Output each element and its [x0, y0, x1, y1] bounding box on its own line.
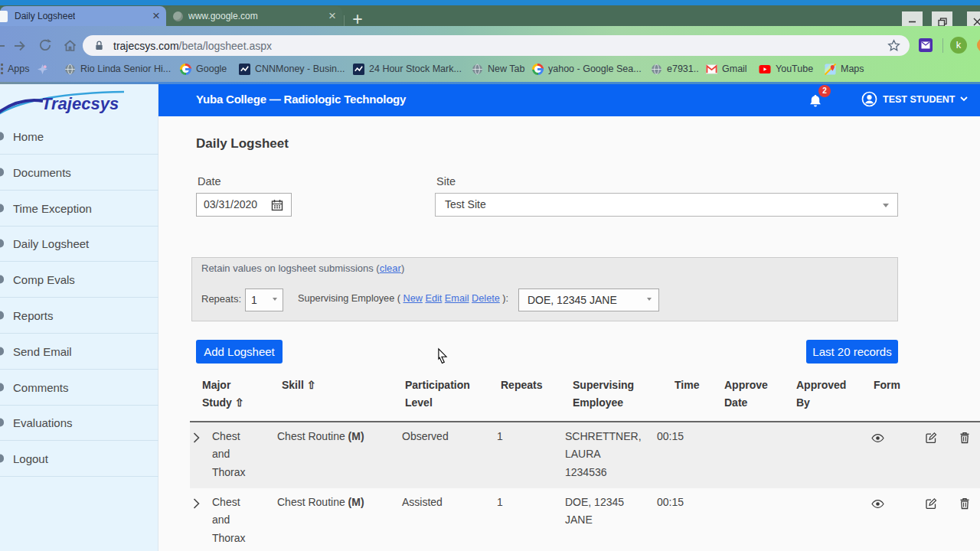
column-header[interactable]: Participation [405, 379, 470, 391]
calendar-icon[interactable] [271, 199, 283, 211]
add-logsheet-button[interactable]: Add Logsheet [196, 340, 283, 364]
trajecsys-logo: Trajecsys [0, 86, 138, 119]
bookmark-gmail[interactable]: Gmail [706, 60, 747, 77]
site-select[interactable]: Test Site [435, 193, 898, 217]
apps-icon [0, 64, 3, 74]
sidebar-item-evaluations[interactable]: Evaluations [0, 405, 158, 441]
home-icon[interactable] [63, 38, 77, 53]
bookmark-google[interactable]: Google [180, 60, 227, 77]
sidebar-item-time-exception[interactable]: Time Exception [0, 191, 158, 227]
sidebar-item-label: Documents [13, 165, 71, 178]
tab-close-icon[interactable]: × [152, 8, 160, 24]
delete-icon[interactable] [959, 432, 970, 447]
app-header-title: Yuba College — Radiologic Technology [196, 93, 406, 106]
sidebar-item-icon [0, 132, 4, 141]
bookmark-maps[interactable]: Maps [825, 60, 864, 77]
sidebar-item-send-email[interactable]: Send Email [0, 334, 158, 370]
extension-icon[interactable] [919, 38, 933, 52]
clear-link[interactable]: clear [380, 262, 401, 274]
edit-icon[interactable] [925, 432, 937, 447]
sidebar-item-comp-evals[interactable]: Comp Evals [0, 262, 158, 298]
profile-avatar[interactable]: k [950, 37, 967, 54]
bookmark-label: Rio Linda Senior Hi... [80, 64, 171, 74]
last-20-records-button[interactable]: Last 20 records [806, 340, 898, 364]
sidebar-item-comments[interactable]: Comments [0, 370, 158, 406]
column-header[interactable]: Time [675, 379, 699, 391]
bookmark-youtube[interactable]: YouTube [759, 60, 813, 77]
column-header[interactable]: Skill ⇧ [282, 379, 315, 391]
globe-icon [64, 64, 76, 75]
sidebar-item-icon [0, 168, 4, 176]
back-icon[interactable] [0, 38, 7, 54]
tab-strip: Daily Logsheet × www.google.com × + [0, 5, 980, 26]
retain-text: Retain values on logsheet submissions (c… [201, 262, 404, 274]
reload-icon[interactable] [38, 38, 52, 52]
site-label: Site [436, 175, 456, 187]
sidebar-item-icon [0, 419, 4, 427]
bookmark-apps[interactable]: Apps [0, 60, 30, 77]
view-icon[interactable] [871, 498, 884, 512]
page-title: Daily Logsheet [196, 136, 289, 152]
cell-supervising-employee: LAURA [565, 448, 601, 460]
edit-icon[interactable] [925, 497, 937, 513]
bookmark-star-icon[interactable] [887, 39, 900, 52]
bookmark-yahoo-google-sea[interactable]: yahoo - Google Sea... [532, 60, 642, 77]
bookmark-24-hour-stock-mark[interactable]: 24 Hour Stock Mark... [353, 60, 462, 77]
sidebar-item-documents[interactable]: Documents [0, 155, 158, 191]
column-header[interactable]: Form [874, 379, 900, 391]
tab-daily-logsheet[interactable]: Daily Logsheet × [0, 6, 166, 26]
view-icon[interactable] [871, 432, 884, 446]
column-header[interactable]: Approve [724, 379, 768, 391]
site-select-caret-icon [883, 204, 889, 207]
sidebar-item-label: Evaluations [13, 416, 73, 429]
bookmark-e7931[interactable]: e7931.. [651, 60, 699, 77]
supervising-select[interactable]: DOE, 12345 JANE [518, 289, 659, 311]
column-header[interactable]: Supervising [573, 379, 634, 391]
sparkle-icon [37, 64, 48, 75]
sidebar-item-home[interactable]: Home [0, 119, 158, 155]
sidebar-item-label: Logout [13, 452, 48, 465]
edit-link[interactable]: Edit [425, 293, 442, 304]
cell-supervising-employee: 1234536 [565, 466, 607, 478]
bookmark-cnnmoney-busin[interactable]: CNNMoney - Busin... [239, 60, 345, 77]
cell-skill: Chest Routine (M) [277, 430, 364, 442]
email-link[interactable]: Email [445, 293, 469, 304]
bookmark-rio-linda-senior-hi[interactable]: Rio Linda Senior Hi... [64, 60, 171, 77]
repeats-value: 1 [251, 294, 257, 306]
column-header[interactable]: Repeats [501, 379, 542, 391]
globe-icon [651, 64, 662, 75]
url-text: trajecsys.com/beta/logsheet.aspx [113, 40, 272, 52]
google-icon [180, 64, 191, 75]
column-header[interactable]: Date [724, 396, 747, 409]
column-header[interactable]: Employee [573, 396, 623, 409]
retain-values-panel: Retain values on logsheet submissions (c… [191, 257, 898, 321]
row-expand-icon[interactable] [193, 497, 200, 513]
user-menu[interactable]: TEST STUDENT [861, 91, 968, 107]
row-expand-icon[interactable] [193, 432, 200, 447]
bookmark-new-tab[interactable]: New Tab [472, 60, 524, 77]
new-link[interactable]: New [403, 293, 423, 304]
repeats-select[interactable]: 1 [245, 289, 283, 311]
column-header[interactable]: Approved [796, 379, 846, 391]
tab-separator [344, 15, 345, 27]
column-header[interactable]: Study ⇧ [202, 396, 244, 409]
delete-link[interactable]: Delete [472, 293, 500, 304]
delete-icon[interactable] [959, 497, 970, 513]
tab-close-icon[interactable]: × [328, 8, 336, 24]
address-bar[interactable]: trajecsys.com/beta/logsheet.aspx [83, 35, 910, 56]
minimize-icon [908, 18, 916, 26]
repeats-label: Repeats: [201, 293, 241, 305]
cell-time: 00:15 [657, 496, 684, 508]
tab-google[interactable]: www.google.com × [166, 6, 342, 26]
sidebar-item-icon [0, 276, 4, 284]
sidebar-item-daily-logsheet[interactable]: Daily Logsheet [0, 226, 158, 262]
column-header[interactable]: Major [202, 379, 230, 391]
bookmark-icon[interactable] [37, 60, 48, 77]
forward-icon[interactable] [12, 38, 28, 54]
sidebar-item-logout[interactable]: Logout [0, 441, 158, 477]
column-header[interactable]: Level [405, 396, 433, 409]
date-input[interactable]: 03/31/2020 [196, 193, 292, 217]
restore-icon [938, 18, 947, 27]
column-header[interactable]: By [796, 396, 810, 409]
sidebar-item-reports[interactable]: Reports [0, 298, 158, 334]
